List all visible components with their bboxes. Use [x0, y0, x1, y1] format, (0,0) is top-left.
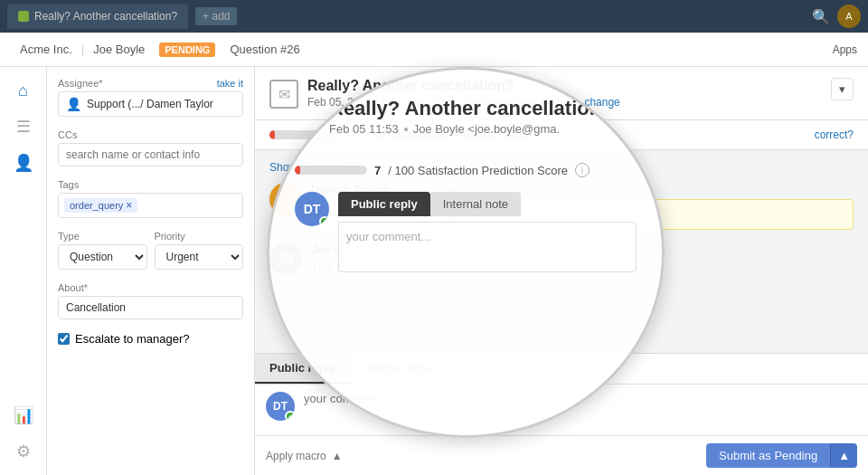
- tab-internal-note[interactable]: Internal note: [351, 354, 445, 384]
- ticket-title: Really? Another cancellation?: [307, 78, 620, 94]
- submit-button[interactable]: Submit as Pending: [706, 443, 830, 468]
- tag-remove-icon[interactable]: ×: [126, 200, 132, 211]
- satisfaction-bar: 7 / 100 Satisfaction Prediction Score i …: [255, 120, 868, 150]
- breadcrumb-acme[interactable]: Acme Inc.: [11, 43, 81, 56]
- satisfaction-score: 7: [351, 128, 357, 141]
- satisfaction-label: / 100 Satisfaction Prediction Score: [366, 128, 532, 141]
- ticket-info: Really? Another cancellation? Feb 05, 20…: [307, 78, 620, 109]
- ticket-icon[interactable]: ☰: [7, 110, 40, 143]
- submit-label: Submit as Pending: [719, 449, 817, 462]
- ccs-input[interactable]: [58, 143, 243, 166]
- breadcrumb-bar: Acme Inc. | Joe Boyle PENDING Question #…: [0, 33, 868, 67]
- take-it-link[interactable]: take it: [217, 78, 243, 89]
- priority-select[interactable]: Urgent: [155, 244, 244, 270]
- avatar-initial: A: [845, 11, 852, 22]
- tab-label: Really? Another cancellation?: [34, 10, 177, 23]
- submit-dropdown-button[interactable]: ▲: [830, 443, 857, 468]
- about-section: About*: [58, 282, 243, 319]
- type-section: Type Question: [58, 231, 147, 270]
- tag-label: order_query: [70, 200, 123, 211]
- ccs-label: CCs: [58, 129, 243, 140]
- escalate-label: Escalate to manager?: [75, 332, 189, 346]
- type-label: Type: [58, 231, 147, 242]
- message-item: JB Joe Boyle Feb 05 11:53 This is ridicu…: [269, 242, 854, 277]
- message-item: DT Damen Taylor Feb 05 12:02 Product was…: [269, 183, 854, 230]
- top-bar-right: 🔍 A: [812, 5, 861, 28]
- escalate-row: Escalate to manager?: [58, 332, 243, 346]
- ticket-dropdown-button[interactable]: ▾: [831, 78, 854, 100]
- user-icon[interactable]: 👤: [7, 147, 40, 179]
- message-author: Joe Boyle: [311, 242, 366, 256]
- apps-label: Apps: [833, 43, 857, 56]
- reply-avatar-badge: [285, 411, 295, 421]
- reply-area: Public reply Internal note DT: [255, 353, 868, 435]
- info-icon[interactable]: i: [541, 128, 555, 142]
- message-avatar-dt: DT: [269, 183, 302, 215]
- priority-section: Priority Urgent: [155, 231, 244, 270]
- bottom-bar: Apply macro ▲ Submit as Pending ▲: [255, 435, 868, 475]
- ticket-header-left: ✉ Really? Another cancellation? Feb 05, …: [269, 78, 620, 109]
- apply-macro-label: Apply macro: [266, 450, 326, 462]
- type-select[interactable]: Question: [58, 244, 147, 270]
- apply-macro-button[interactable]: Apply macro ▲: [266, 450, 343, 462]
- reporting-icon[interactable]: 📊: [7, 399, 40, 432]
- ticket-date: Feb 05, 2016 11:53: [307, 96, 401, 109]
- ticket-author: Joe Boyle: [410, 96, 458, 109]
- tab-public-reply[interactable]: Public reply: [255, 354, 351, 384]
- ticket-meta: Feb 05, 2016 11:53 · Joe Boyle <joe.boyl…: [307, 96, 620, 109]
- top-bar: Really? Another cancellation? + add 🔍 A: [0, 0, 868, 33]
- assignee-label: Assignee* take it: [58, 78, 243, 89]
- ticket-header-right: ▾: [831, 78, 854, 100]
- settings-icon[interactable]: ⚙: [7, 435, 40, 468]
- tag-order-query: order_query ×: [64, 198, 137, 213]
- ticket-header: ✉ Really? Another cancellation? Feb 05, …: [255, 67, 868, 120]
- tags-section: Tags order_query ×: [58, 179, 243, 218]
- breadcrumb-joe-boyle[interactable]: Joe Boyle: [84, 43, 154, 56]
- assignee-field[interactable]: 👤 Support (.../ Damen Taylor: [58, 91, 243, 117]
- ticket-email: joe.boyle@gmail.com: [467, 96, 571, 109]
- breadcrumb-question[interactable]: Question #26: [221, 43, 308, 56]
- main-layout: ⌂ ☰ 👤 📊 ⚙ Assignee* take it 👤 Support (.…: [0, 67, 868, 475]
- correct-link[interactable]: correct?: [815, 128, 854, 141]
- change-link[interactable]: change: [584, 96, 619, 109]
- apply-macro-icon: ▲: [332, 450, 343, 462]
- message-author: Damen Taylor: [311, 183, 388, 196]
- assignee-section: Assignee* take it 👤 Support (.../ Damen …: [58, 78, 243, 117]
- home-icon[interactable]: ⌂: [7, 74, 40, 107]
- reply-tabs: Public reply Internal note: [255, 354, 868, 385]
- message-text: This is ridiculous! This is the second t…: [311, 259, 854, 277]
- active-tab[interactable]: Really? Another cancellation?: [7, 4, 188, 29]
- tab-favicon: [18, 11, 29, 22]
- apps-button[interactable]: Apps: [833, 43, 857, 56]
- escalate-checkbox[interactable]: [58, 333, 70, 345]
- add-label: + add: [203, 10, 230, 23]
- reply-textarea[interactable]: [304, 392, 857, 428]
- message-body: Damen Taylor Feb 05 12:02 Product was li…: [311, 183, 854, 230]
- pending-badge: PENDING: [159, 43, 215, 57]
- user-avatar-top[interactable]: A: [837, 5, 861, 28]
- ticket-content: ✉ Really? Another cancellation? Feb 05, …: [255, 67, 868, 475]
- message-text: Product was listed as in stock but the..…: [311, 199, 854, 230]
- about-label: About*: [58, 282, 243, 293]
- message-body: Joe Boyle Feb 05 11:53 This is ridiculou…: [311, 242, 854, 277]
- tags-container[interactable]: order_query ×: [58, 193, 243, 218]
- show-events-link[interactable]: Show all events: [269, 161, 854, 174]
- left-nav: ⌂ ☰ 👤 📊 ⚙: [0, 67, 47, 475]
- assignee-icon: 👤: [66, 97, 81, 111]
- reply-avatar: DT: [266, 392, 295, 421]
- message-time: Feb 05 12:02: [397, 185, 456, 195]
- avatar-badge: [290, 204, 302, 215]
- ccs-section: CCs: [58, 129, 243, 166]
- message-time: Feb 05 11:53: [375, 244, 434, 255]
- properties-panel: Assignee* take it 👤 Support (.../ Damen …: [47, 67, 255, 475]
- about-input[interactable]: [58, 296, 243, 319]
- reply-input-row: DT: [255, 385, 868, 435]
- priority-label: Priority: [155, 231, 244, 242]
- score-bar-fill: [269, 130, 275, 139]
- search-icon[interactable]: 🔍: [812, 8, 830, 25]
- add-button[interactable]: + add: [195, 7, 237, 25]
- conversation-area[interactable]: Show all events DT Damen Taylor Feb 05 1…: [255, 150, 868, 353]
- email-channel-icon: ✉: [269, 80, 298, 109]
- tags-label: Tags: [58, 179, 243, 190]
- type-priority-row: Type Question Priority Urgent: [58, 231, 243, 282]
